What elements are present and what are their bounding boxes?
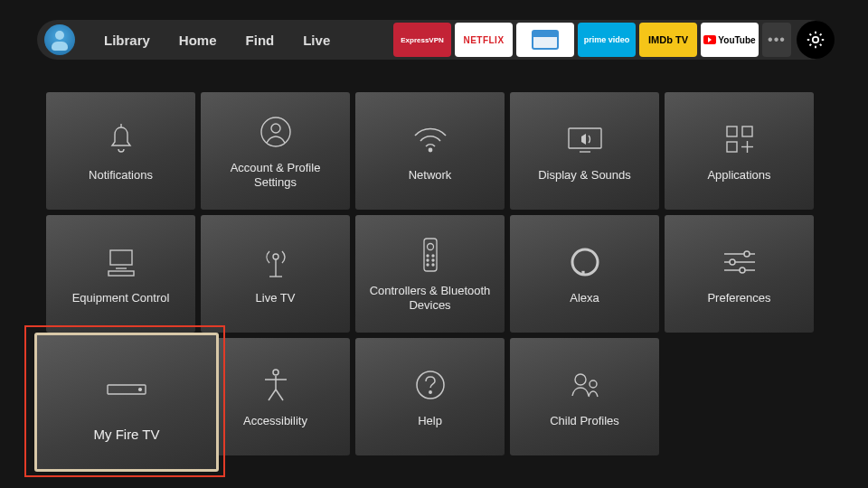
app-youtube-label: YouTube	[718, 35, 755, 45]
svg-rect-8	[742, 127, 752, 136]
svg-point-19	[427, 243, 433, 249]
tile-account[interactable]: Account & Profile Settings	[201, 92, 350, 210]
tile-label: Equipment Control	[72, 291, 170, 305]
profile-avatar[interactable]	[44, 24, 75, 55]
app-netflix[interactable]: NETFLIX	[455, 23, 513, 57]
svg-point-39	[429, 391, 430, 393]
svg-rect-12	[110, 250, 132, 265]
svg-point-40	[575, 374, 586, 385]
tile-label: Accessibility	[243, 414, 307, 428]
tile-label: Help	[418, 414, 442, 428]
wifi-icon	[411, 119, 449, 159]
help-icon	[414, 365, 447, 405]
app-primevideo[interactable]: prime video	[578, 23, 636, 57]
tile-label: Child Profiles	[550, 414, 619, 428]
tile-label: Display & Sounds	[538, 168, 631, 183]
svg-point-15	[273, 254, 278, 259]
nav-library[interactable]: Library	[104, 33, 150, 48]
tile-label: Account & Profile Settings	[208, 161, 343, 191]
play-icon	[703, 35, 716, 44]
remote-icon	[421, 235, 439, 275]
svg-rect-14	[108, 271, 134, 276]
tile-label: Alexa	[570, 291, 599, 305]
top-nav-bar: Library Home Find Live ExpressVPN NETFLI…	[37, 20, 831, 60]
svg-point-25	[432, 264, 434, 266]
svg-point-28	[744, 251, 750, 257]
selection-highlight: My Fire TV	[24, 325, 225, 477]
svg-point-30	[730, 259, 735, 265]
tile-help[interactable]: Help	[355, 338, 505, 455]
svg-line-37	[276, 389, 283, 400]
app-expressvpn[interactable]: ExpressVPN	[393, 23, 451, 57]
tile-display[interactable]: Display & Sounds	[510, 92, 659, 210]
tile-label: Network	[409, 168, 452, 183]
svg-point-32	[740, 267, 745, 273]
antenna-icon	[260, 242, 291, 282]
nav-home[interactable]: Home	[179, 33, 217, 48]
tile-label: Applications	[707, 168, 770, 183]
settings-button[interactable]	[797, 21, 835, 59]
tile-applications[interactable]: Applications	[665, 92, 814, 210]
app-expressvpn-label: ExpressVPN	[401, 36, 444, 44]
bell-icon	[105, 119, 137, 159]
svg-rect-9	[727, 142, 737, 152]
tile-notifications[interactable]: Notifications	[46, 92, 195, 210]
nav-live[interactable]: Live	[303, 33, 330, 48]
alexa-icon	[568, 242, 602, 282]
gear-icon	[805, 29, 826, 51]
firetv-device-icon	[105, 371, 148, 408]
svg-point-26	[572, 249, 598, 275]
tile-label: Controllers & Bluetooth Devices	[363, 284, 497, 314]
tile-childprofiles[interactable]: Child Profiles	[510, 338, 659, 455]
svg-point-0	[813, 37, 818, 42]
tile-label: My Fire TV	[93, 427, 159, 442]
user-circle-icon	[259, 112, 293, 152]
svg-point-21	[432, 255, 434, 257]
app-esfileexplorer[interactable]	[516, 23, 574, 57]
svg-point-2	[261, 117, 290, 146]
tile-label: Live TV	[256, 291, 296, 305]
svg-point-3	[271, 124, 280, 133]
tile-label: Preferences	[707, 291, 770, 305]
svg-point-41	[590, 380, 597, 388]
svg-point-43	[139, 388, 142, 390]
svg-rect-7	[727, 127, 737, 136]
nav-links: Library Home Find Live	[104, 33, 330, 48]
svg-point-20	[427, 255, 429, 257]
svg-point-24	[427, 264, 429, 266]
folder-icon	[532, 30, 559, 50]
accessibility-icon	[261, 365, 290, 405]
tile-network[interactable]: Network	[355, 92, 505, 210]
tile-label: Notifications	[89, 168, 153, 183]
svg-point-33	[273, 370, 278, 375]
tv-sound-icon	[565, 119, 605, 159]
child-profiles-icon	[567, 365, 603, 405]
svg-line-36	[269, 389, 276, 400]
nav-find[interactable]: Find	[246, 33, 275, 48]
tile-equipment[interactable]: Equipment Control	[46, 215, 195, 333]
svg-point-22	[427, 259, 429, 261]
tile-preferences[interactable]: Preferences	[665, 215, 814, 333]
more-apps-button[interactable]: •••	[762, 23, 791, 57]
svg-point-4	[429, 148, 431, 151]
svg-point-38	[417, 371, 444, 399]
tile-controllers[interactable]: Controllers & Bluetooth Devices	[355, 215, 505, 333]
apps-grid-icon	[723, 119, 756, 159]
tile-livetv[interactable]: Live TV	[201, 215, 350, 333]
svg-point-23	[432, 259, 434, 261]
app-imdbtv[interactable]: IMDb TV	[639, 23, 697, 57]
tile-myfiretv[interactable]: My Fire TV	[34, 333, 219, 472]
tile-alexa[interactable]: Alexa	[510, 215, 659, 333]
sliders-icon	[721, 242, 759, 282]
app-youtube[interactable]: YouTube	[701, 23, 759, 57]
equipment-icon	[103, 242, 139, 282]
app-shortcuts: ExpressVPN NETFLIX prime video IMDb TV Y…	[393, 21, 831, 59]
